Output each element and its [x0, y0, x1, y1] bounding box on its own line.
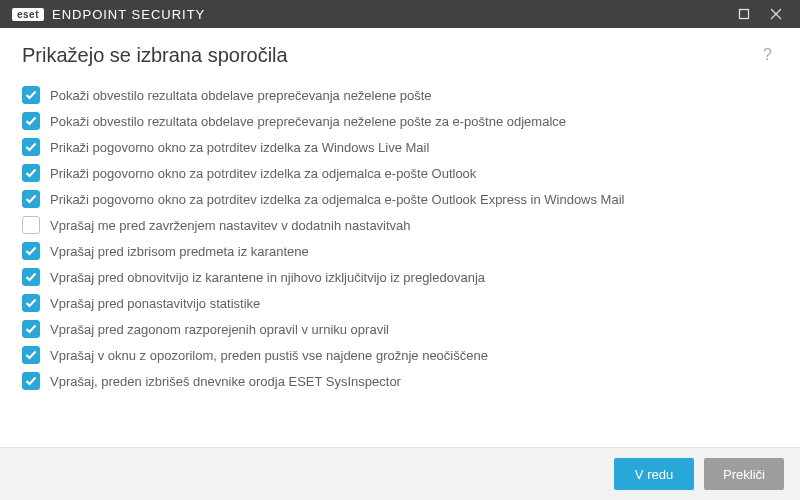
option-label: Vprašaj, preden izbrišeš dnevnike orodja…: [50, 374, 401, 389]
option-row: Vprašaj pred izbrisom predmeta iz karant…: [22, 238, 784, 264]
options-list[interactable]: Pokaži obvestilo rezultata obdelave prep…: [22, 78, 790, 447]
brand-badge: eset: [12, 8, 44, 21]
option-row: Vprašaj v oknu z opozorilom, preden pust…: [22, 342, 784, 368]
check-icon: [25, 194, 37, 204]
page-title: Prikažejo se izbrana sporočila: [22, 44, 757, 67]
check-icon: [25, 376, 37, 386]
checkbox[interactable]: [22, 372, 40, 390]
close-icon: [770, 8, 782, 20]
checkbox[interactable]: [22, 320, 40, 338]
checkbox[interactable]: [22, 164, 40, 182]
checkbox[interactable]: [22, 112, 40, 130]
option-label: Vprašaj me pred zavrženjem nastavitev v …: [50, 218, 411, 233]
check-icon: [25, 298, 37, 308]
option-label: Vprašaj pred zagonom razporejenih opravi…: [50, 322, 389, 337]
option-row: Prikaži pogovorno okno za potrditev izde…: [22, 134, 784, 160]
check-icon: [25, 168, 37, 178]
maximize-icon: [738, 8, 750, 20]
checkbox[interactable]: [22, 86, 40, 104]
check-icon: [25, 272, 37, 282]
ok-button[interactable]: V redu: [614, 458, 694, 490]
check-icon: [25, 116, 37, 126]
option-row: Prikaži pogovorno okno za potrditev izde…: [22, 186, 784, 212]
option-label: Vprašaj pred izbrisom predmeta iz karant…: [50, 244, 309, 259]
option-row: Pokaži obvestilo rezultata obdelave prep…: [22, 108, 784, 134]
checkbox[interactable]: [22, 242, 40, 260]
option-label: Prikaži pogovorno okno za potrditev izde…: [50, 166, 476, 181]
option-row: Vprašaj me pred zavrženjem nastavitev v …: [22, 212, 784, 238]
option-row: Vprašaj pred ponastavitvijo statistike: [22, 290, 784, 316]
option-row: Vprašaj pred obnovitvijo iz karantene in…: [22, 264, 784, 290]
checkbox[interactable]: [22, 346, 40, 364]
check-icon: [25, 90, 37, 100]
brand-name: ENDPOINT SECURITY: [52, 7, 205, 22]
option-label: Vprašaj v oknu z opozorilom, preden pust…: [50, 348, 488, 363]
checkbox[interactable]: [22, 268, 40, 286]
check-icon: [25, 142, 37, 152]
option-row: Vprašaj, preden izbrišeš dnevnike orodja…: [22, 368, 784, 394]
option-label: Pokaži obvestilo rezultata obdelave prep…: [50, 88, 432, 103]
option-label: Prikaži pogovorno okno za potrditev izde…: [50, 140, 429, 155]
option-row: Pokaži obvestilo rezultata obdelave prep…: [22, 82, 784, 108]
check-icon: [25, 246, 37, 256]
titlebar: eset ENDPOINT SECURITY: [0, 0, 800, 28]
close-button[interactable]: [760, 0, 792, 28]
check-icon: [25, 350, 37, 360]
option-row: Prikaži pogovorno okno za potrditev izde…: [22, 160, 784, 186]
option-row: Vprašaj pred zagonom razporejenih opravi…: [22, 316, 784, 342]
option-label: Prikaži pogovorno okno za potrditev izde…: [50, 192, 624, 207]
checkbox[interactable]: [22, 216, 40, 234]
checkbox[interactable]: [22, 294, 40, 312]
checkbox[interactable]: [22, 190, 40, 208]
content: Pokaži obvestilo rezultata obdelave prep…: [0, 78, 800, 447]
help-icon[interactable]: ?: [757, 42, 778, 68]
option-label: Vprašaj pred ponastavitvijo statistike: [50, 296, 260, 311]
check-icon: [25, 324, 37, 334]
dialog-footer: V redu Prekliči: [0, 447, 800, 500]
option-label: Pokaži obvestilo rezultata obdelave prep…: [50, 114, 566, 129]
cancel-button[interactable]: Prekliči: [704, 458, 784, 490]
checkbox[interactable]: [22, 138, 40, 156]
dialog-header: Prikažejo se izbrana sporočila ?: [0, 28, 800, 78]
option-label: Vprašaj pred obnovitvijo iz karantene in…: [50, 270, 485, 285]
svg-rect-0: [740, 10, 749, 19]
maximize-button[interactable]: [728, 0, 760, 28]
